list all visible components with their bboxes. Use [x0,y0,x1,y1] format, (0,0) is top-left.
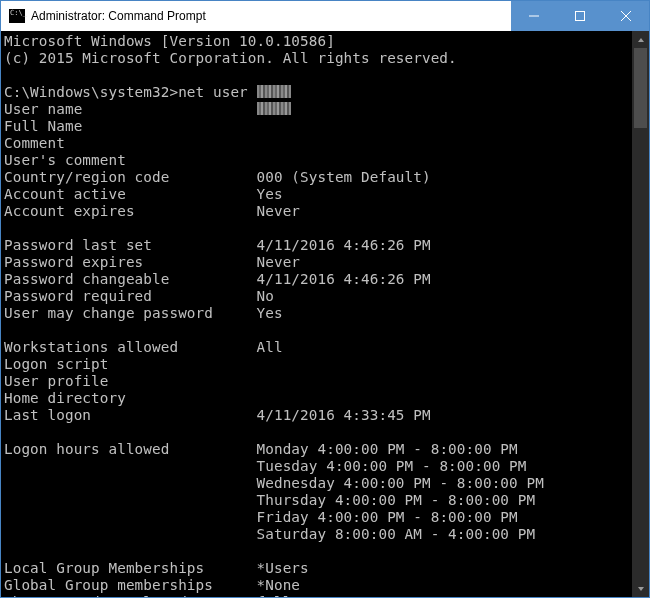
vertical-scrollbar[interactable] [632,31,649,597]
field-label-pwd_expires: Password expires [4,254,257,270]
field-label-last_logon: Last logon [4,407,257,423]
field-value-workstations: All [257,339,283,355]
prompt-command: net user [178,84,256,100]
field-value-pwd_required: No [257,288,274,304]
field-value-global_groups: *None [257,577,301,593]
field-label-logon_hours_extra [4,526,257,542]
field-label-country_region: Country/region code [4,169,257,185]
field-value-country_region: 000 (System Default) [257,169,431,185]
field-value-logon_hours_extra-4: Saturday 8:00:00 AM - 4:00:00 PM [257,526,536,542]
field-label-logon_hours_extra [4,509,257,525]
field-value-account_active: Yes [257,186,283,202]
prompt-path: C:\Windows\system32> [4,84,178,100]
field-label-pwd_changeable: Password changeable [4,271,257,287]
field-label-home_directory: Home directory [4,390,257,406]
field-label-workstations: Workstations allowed [4,339,257,355]
minimize-button[interactable] [511,1,557,31]
field-label-local_groups: Local Group Memberships [4,560,257,576]
field-value-last_logon: 4/11/2016 4:33:45 PM [257,407,431,423]
field-label-logon_script: Logon script [4,356,257,372]
field-label-user_name: User name [4,101,257,117]
field-value-logon_hours_extra-1: Wednesday 4:00:00 PM - 8:00:00 PM [257,475,544,491]
field-label-logon_hours_extra [4,458,257,474]
field-value-pwd_changeable: 4/11/2016 4:46:26 PM [257,271,431,287]
field-value-logon_hours_extra-3: Friday 4:00:00 PM - 8:00:00 PM [257,509,518,525]
close-button[interactable] [603,1,649,31]
scroll-up-arrow-icon[interactable] [632,31,649,48]
field-label-users_comment: User's comment [4,152,257,168]
scrollbar-thumb[interactable] [634,48,647,128]
field-label-comment: Comment [4,135,257,151]
redacted-username [257,85,291,98]
scroll-down-arrow-icon[interactable] [632,580,649,597]
field-value-logon_hours: Monday 4:00:00 PM - 8:00:00 PM [257,441,518,457]
field-value-local_groups: *Users [257,560,309,576]
field-label-logon_hours: Logon hours allowed [4,441,257,457]
cmd-icon [9,9,25,23]
field-label-global_groups: Global Group memberships [4,577,257,593]
titlebar[interactable]: Administrator: Command Prompt [1,1,649,31]
redacted-username-value [257,102,291,115]
field-value-pwd_expires: Never [257,254,301,270]
svg-rect-0 [576,12,585,21]
field-label-account_active: Account active [4,186,257,202]
field-label-user_profile: User profile [4,373,257,389]
window-controls [511,1,649,31]
banner-line: Microsoft Windows [Version 10.0.10586] [4,33,335,49]
field-label-account_expires: Account expires [4,203,257,219]
terminal-output[interactable]: Microsoft Windows [Version 10.0.10586] (… [1,31,632,597]
field-label-pwd_required: Password required [4,288,257,304]
field-value-logon_hours_extra-0: Tuesday 4:00:00 PM - 8:00:00 PM [257,458,527,474]
field-label-full_name: Full Name [4,118,257,134]
field-label-logon_hours_extra [4,492,257,508]
maximize-button[interactable] [557,1,603,31]
field-value-pwd_last_set: 4/11/2016 4:46:26 PM [257,237,431,253]
completion-message: The command completed successfully. [4,594,309,597]
field-value-account_expires: Never [257,203,301,219]
window-title: Administrator: Command Prompt [31,9,511,23]
field-label-user_may_change_pwd: User may change password [4,305,257,321]
field-value-user_may_change_pwd: Yes [257,305,283,321]
field-label-pwd_last_set: Password last set [4,237,257,253]
command-prompt-window: Administrator: Command Prompt Microsoft … [0,0,650,598]
field-value-logon_hours_extra-2: Thursday 4:00:00 PM - 8:00:00 PM [257,492,536,508]
field-label-logon_hours_extra [4,475,257,491]
terminal-area: Microsoft Windows [Version 10.0.10586] (… [1,31,649,597]
banner-line: (c) 2015 Microsoft Corporation. All righ… [4,50,457,66]
